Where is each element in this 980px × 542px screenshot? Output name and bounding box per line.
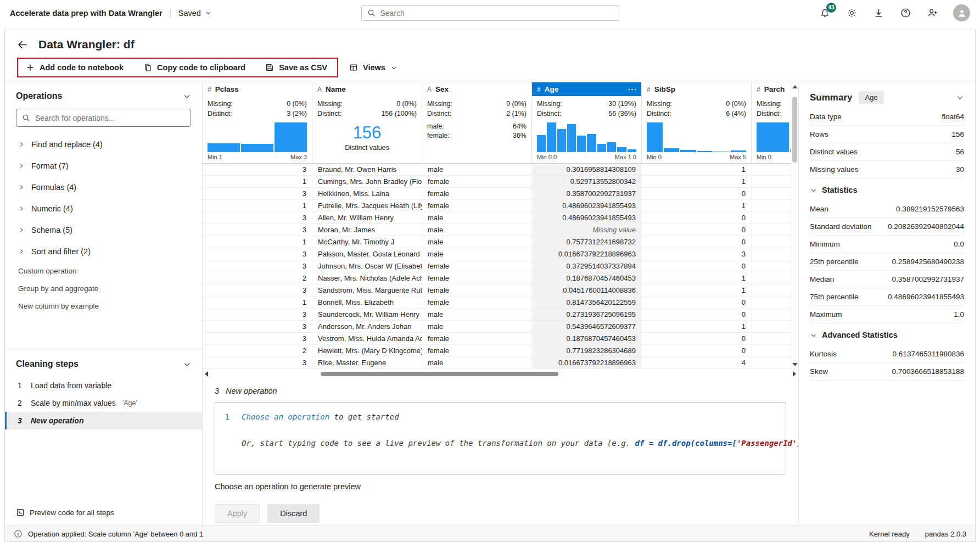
operation-group[interactable]: Formulas (4) [16,176,191,198]
table-row[interactable]: 3Saundercock, Mr. William Henrymale0.273… [203,309,791,321]
scroll-up-arrow[interactable] [792,85,798,88]
stat-value: 156 (100%) [381,109,417,119]
table-row[interactable]: 3Moran, Mr. JamesmaleMissing value0 [203,224,791,236]
chevron-down-icon[interactable] [183,360,191,368]
operation-group[interactable]: Find and replace (4) [16,133,191,155]
column-header-age[interactable]: #AgeMissing:30 (19%)Distinct:56 (36%)Min… [532,82,642,163]
horizontal-scrollbar[interactable] [203,369,798,379]
settings-button[interactable] [845,7,858,19]
code-editor[interactable]: 1 Choose an operation to get started Or,… [215,402,786,474]
column-title[interactable]: #Age [532,82,641,96]
table-row[interactable]: 1McCarthy, Mr. Timothy Jmale0.7577312241… [203,236,791,248]
table-row[interactable]: 1Bonnell, Miss. Elizabethfemale0.8147356… [203,297,791,309]
field-value: 30 [956,165,964,174]
column-header-name[interactable]: ANameMissing:0 (0%)Distinct:156 (100%)15… [312,82,422,163]
scroll-left-arrow[interactable] [205,371,208,377]
step-number: 3 [18,416,25,425]
column-stat-row: Distinct:3 (2%) [208,109,307,119]
cleaning-steps-section: Cleaning steps 1Load data from variable2… [5,350,202,526]
global-search-input[interactable] [380,9,613,18]
cell-sibsp: 0 [642,188,752,199]
table-row[interactable]: 2Nasser, Mrs. Nicholas (Adele Achemfemal… [203,272,791,284]
horizontal-scrollbar-track[interactable] [210,371,791,377]
min-label: Min 0.0 [537,154,557,161]
table-row[interactable]: 1Futrelle, Mrs. Jacques Heath (Lily Mafe… [203,200,791,212]
operation-group[interactable]: Schema (5) [16,219,191,241]
table-row[interactable]: 3Palsson, Master. Gosta Leonardmale0.016… [203,248,791,260]
copy-code-button[interactable]: Copy code to clipboard [143,63,245,72]
table-row[interactable]: 3Andersson, Mr. Anders Johanmale0.543964… [203,321,791,333]
table-row[interactable]: 3Vestrom, Miss. Hulda Amanda Adolffemale… [203,333,791,345]
table-row[interactable]: 3Allen, Mr. William Henrymale0.486960239… [203,212,791,224]
cleaning-step[interactable]: 2Scale by min/max values'Age' [5,394,202,412]
table-row[interactable]: 3Rice, Master. Eugenemale0.0166737922188… [203,357,791,369]
column-title[interactable]: #SibSp [642,82,751,96]
help-button[interactable] [899,7,911,19]
column-categories-viz: male:64%female:36% [427,122,527,152]
cleaning-step[interactable]: 1Load data from variable [5,377,202,394]
table-row[interactable]: 1Cumings, Mrs. John Bradley (Florencfema… [203,176,791,188]
saved-dropdown[interactable]: Saved [170,9,212,18]
preview-code-all-steps-button[interactable]: Preview code for all steps [5,500,202,526]
operations-search-input[interactable] [35,114,185,122]
table-row[interactable]: 2Hewlett, Mrs. (Mary D Kingcome)female0.… [203,345,791,357]
column-header-sibsp[interactable]: #SibSpMissing:0 (0%)Distinct:6 (4%)Min 0… [642,82,752,163]
operation-group[interactable]: Format (7) [16,155,191,176]
back-button[interactable] [17,39,29,51]
column-header-parch[interactable]: #ParchMissing:Distinct:Min 0 [752,82,791,163]
cell-pclass: 3 [203,321,312,332]
column-stat-row: Missing: [757,99,791,109]
chevron-down-icon[interactable] [956,93,964,102]
operations-groups: Find and replace (4)Format (7)Formulas (… [16,133,191,262]
table-row[interactable]: 3Johnson, Mrs. Oscar W (Elisabeth Vilfem… [203,260,791,272]
column-title[interactable]: AName [312,82,422,96]
vertical-scrollbar-thumb[interactable] [792,97,797,163]
column-title[interactable]: ASex [422,82,531,96]
operation-group[interactable]: Sort and filter (2) [16,241,191,262]
column-title[interactable]: #Pclass [203,82,312,96]
cell-sex: male [422,357,532,368]
cell-name: Futrelle, Mrs. Jacques Heath (Lily Ma [312,200,422,211]
notifications-button[interactable]: 43 [819,7,831,19]
column-title[interactable]: #Parch [752,82,791,96]
download-button[interactable] [872,7,884,19]
advanced-statistics-section-header[interactable]: Advanced Statistics [810,325,964,345]
global-search[interactable] [361,5,619,21]
column-header-pclass[interactable]: #PclassMissing:0 (0%)Distinct:3 (2%)Min … [203,82,312,163]
cell-age: 0.5439646572609377 [532,321,642,332]
column-menu-button[interactable] [628,88,636,91]
stat-value: 2 (1%) [506,109,527,119]
advanced-statistic-row: Skew0.7003666518853188 [810,363,964,381]
table-row[interactable]: 3Braund, Mr. Owen Harrismale0.3016958814… [203,164,791,176]
operations-search[interactable] [16,109,191,127]
operation-link[interactable]: Custom operation [16,262,191,280]
scroll-down-arrow[interactable] [792,363,798,366]
discard-button[interactable]: Discard [267,504,320,523]
table-row[interactable]: 3Heikkinen, Miss. Lainafemale0.358700299… [203,188,791,200]
cleaning-step[interactable]: 3New operation [5,412,202,429]
column-minmax [312,154,422,163]
column-stats: Missing:0 (0%)Distinct:156 (100%) [312,96,422,119]
operation-group[interactable]: Numeric (4) [16,198,191,219]
views-button[interactable]: Views [349,63,397,72]
topbar-icons: 43 [819,4,970,21]
vertical-scrollbar[interactable] [791,82,798,369]
horizontal-scrollbar-thumb[interactable] [321,372,558,376]
scroll-right-arrow[interactable] [793,371,796,377]
choose-operation-link[interactable]: Choose an operation [242,412,329,421]
user-avatar[interactable] [953,4,970,21]
operation-link[interactable]: New column by example [16,297,191,315]
cell-sibsp: 0 [642,212,752,223]
share-button[interactable] [926,7,938,19]
step-number: 3 [215,387,219,395]
add-code-to-notebook-button[interactable]: Add code to notebook [26,63,124,72]
operation-link[interactable]: Group by and aggregate [16,280,191,297]
apply-button[interactable]: Apply [215,504,260,523]
chevron-down-icon[interactable] [183,92,191,100]
column-header-sex[interactable]: ASexMissing:0 (0%)Distinct:2 (1%)male:64… [422,82,532,163]
column-stats: Missing:0 (0%)Distinct:2 (1%) [422,96,531,119]
save-as-csv-button[interactable]: Save as CSV [265,63,327,72]
cell-sex: female [422,333,532,344]
statistics-section-header[interactable]: Statistics [810,180,964,200]
table-row[interactable]: 3Sandstrom, Miss. Marguerite Rutfemale0.… [203,284,791,297]
